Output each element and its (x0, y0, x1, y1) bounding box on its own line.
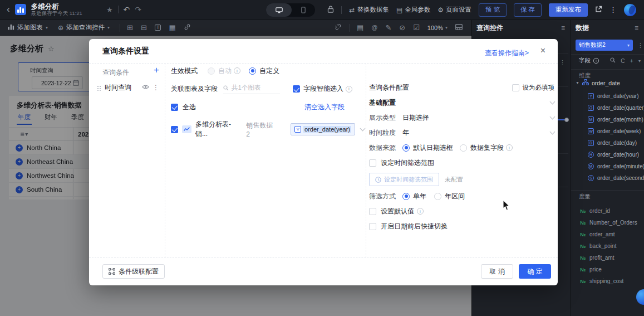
lock-icon[interactable] (327, 5, 334, 15)
dimension-field-order_date[interactable]: ▼ order_date (576, 79, 620, 86)
republish-button[interactable]: 重新发布 (549, 3, 588, 17)
drag-handle-icon[interactable] (97, 85, 101, 91)
date-picker-input[interactable]: 2023-12-22 (32, 76, 83, 89)
smart-select-checkbox[interactable] (293, 85, 300, 93)
confirm-button[interactable]: 确 定 (519, 264, 551, 279)
dimension-field[interactable]: Morder_date(month) (571, 114, 644, 125)
save-button[interactable]: 保 存 (514, 3, 542, 17)
clipboard-icon[interactable]: ▤ (357, 24, 363, 31)
link-icon[interactable] (184, 23, 191, 32)
measure-field[interactable]: №profit_amt (571, 252, 644, 264)
radio-year-range[interactable] (434, 193, 441, 200)
field-select[interactable]: Y order_date(year) (291, 123, 355, 135)
radio-single-year[interactable] (402, 193, 410, 200)
chevron-down-icon[interactable] (360, 125, 366, 131)
page-settings-button[interactable]: ⚙ 页面设置 (437, 6, 471, 14)
add-field-icon[interactable]: + (630, 57, 633, 64)
measure-field[interactable]: №back_point (571, 240, 644, 252)
add-chart-button[interactable]: 添加图表▾ (8, 23, 48, 32)
collapse-panel-icon[interactable]: ≡ (561, 24, 565, 32)
preview-button[interactable]: 预 览 (479, 3, 507, 17)
add-query-control-button[interactable]: ⊕ 添加查询控件▾ (58, 23, 110, 32)
time-range-checkbox[interactable] (369, 159, 376, 167)
display-type-row[interactable]: 展示类型 日期选择 (369, 113, 554, 123)
measure-field[interactable]: №order_id (571, 205, 644, 217)
tab-widget-icon[interactable]: ⊟ (141, 24, 147, 31)
image-widget-icon[interactable]: ▦ (169, 24, 175, 31)
container-widget-icon[interactable]: ⊞ (127, 24, 133, 31)
tab-季度[interactable]: 季度 (71, 113, 84, 125)
cancel-button[interactable]: 取 消 (481, 264, 513, 279)
grid-view-icon[interactable] (455, 24, 463, 31)
radio-custom[interactable] (249, 67, 256, 75)
chart-checkbox[interactable] (171, 126, 178, 133)
related-charts-search-input[interactable]: 共1个图表 (223, 84, 280, 94)
batch-select-icon[interactable]: ☑ (413, 24, 420, 31)
favorite-star-icon[interactable]: ★ (106, 6, 113, 14)
expand-plus-icon[interactable]: + (16, 144, 23, 152)
required-checkbox[interactable] (512, 84, 519, 91)
radio-default-datebox[interactable] (402, 144, 410, 152)
search-fields-icon[interactable] (610, 57, 616, 64)
measure-field[interactable]: №price (571, 264, 644, 275)
device-toggle[interactable] (266, 3, 315, 17)
dimension-field[interactable]: Yorder_date(year) (571, 90, 644, 102)
desktop-icon[interactable] (266, 3, 292, 17)
dimension-field[interactable]: Horder_date(hour) (571, 149, 644, 161)
expand-plus-icon[interactable]: + (16, 186, 23, 193)
row-dimension-icon[interactable]: ≣ ▾ (20, 131, 27, 137)
measure-field[interactable]: №Number_of_Orders (571, 217, 644, 229)
radio-auto[interactable] (208, 67, 215, 75)
cascade-config-button[interactable]: 条件级联配置 (102, 264, 165, 279)
chevron-down-icon[interactable] (550, 129, 555, 134)
item-menu-icon[interactable]: ⋮ (559, 59, 566, 66)
tree-expand-icon[interactable]: ▼ (576, 81, 579, 85)
quick-switch-checkbox[interactable] (369, 223, 376, 230)
dimension-field[interactable]: Sorder_date(second) (571, 172, 644, 184)
measure-field[interactable]: №order_amt (571, 229, 644, 240)
guide-link[interactable]: 查看操作指南> (485, 48, 529, 58)
collapse-chevron-icon[interactable] (550, 99, 555, 104)
default-value-checkbox[interactable] (369, 208, 376, 215)
granularity-row[interactable]: 时间粒度 年 (369, 128, 554, 138)
undo-icon[interactable]: ↶ (124, 5, 130, 14)
dataset-selector[interactable]: 销售数据2 ▾ (576, 40, 633, 51)
refresh-icon[interactable]: C (621, 58, 625, 64)
unlink-icon[interactable] (335, 23, 342, 32)
chevron-down-icon[interactable] (550, 114, 555, 119)
add-condition-button[interactable]: + (154, 65, 159, 76)
slider-handle[interactable] (564, 118, 569, 122)
clear-fields-link[interactable]: 清空选入字段 (304, 103, 345, 112)
dataset-menu-icon[interactable]: ⋮ (637, 42, 643, 49)
format-brush-icon[interactable]: ✎ (385, 24, 391, 31)
find-replace-icon[interactable]: @ (371, 25, 377, 31)
share-icon[interactable] (595, 5, 602, 15)
tab-年度[interactable]: 年度 (18, 113, 31, 125)
select-all-checkbox[interactable] (171, 104, 178, 111)
global-params-button[interactable]: ▤ 全局参数 (396, 6, 430, 14)
favorite-star-icon[interactable]: ☆ (48, 45, 55, 53)
expand-plus-icon[interactable]: + (16, 172, 23, 179)
back-button[interactable]: ‹ (7, 4, 10, 14)
dimension-field[interactable]: Worder_date(week) (571, 125, 644, 137)
hide-element-icon[interactable]: ⊘ (399, 24, 405, 31)
collapse-panel-icon[interactable]: ≡ (635, 24, 638, 32)
dimension-field[interactable]: Morder_date(minute) (571, 161, 644, 172)
chevron-down-icon[interactable]: ▾ (638, 59, 641, 64)
dimension-field[interactable]: Qorder_date(quarter) (571, 102, 644, 114)
mobile-icon[interactable] (292, 3, 315, 17)
dimension-field[interactable]: Dorder_date(day) (571, 137, 644, 149)
redo-icon[interactable]: ↷ (135, 5, 141, 14)
user-avatar[interactable] (624, 4, 636, 16)
tab-财年[interactable]: 财年 (45, 113, 57, 125)
more-menu-icon[interactable]: ⋮ (609, 6, 617, 14)
item-menu-icon[interactable]: ⋮ (153, 84, 159, 91)
expand-plus-icon[interactable]: + (16, 158, 23, 166)
close-icon[interactable]: × (540, 46, 545, 56)
zoom-level[interactable]: 100% (427, 25, 443, 31)
basic-config-header-row[interactable]: 基础配置 (369, 98, 554, 108)
set-time-range-button[interactable]: 设定时间筛选范围 (369, 173, 439, 186)
measure-field[interactable]: №shipping_cost (571, 275, 644, 287)
replace-dataset-button[interactable]: ⇄ 替换数据集 (349, 6, 389, 14)
condition-item-time-query[interactable]: 时间查询 ⋮ (95, 80, 161, 95)
